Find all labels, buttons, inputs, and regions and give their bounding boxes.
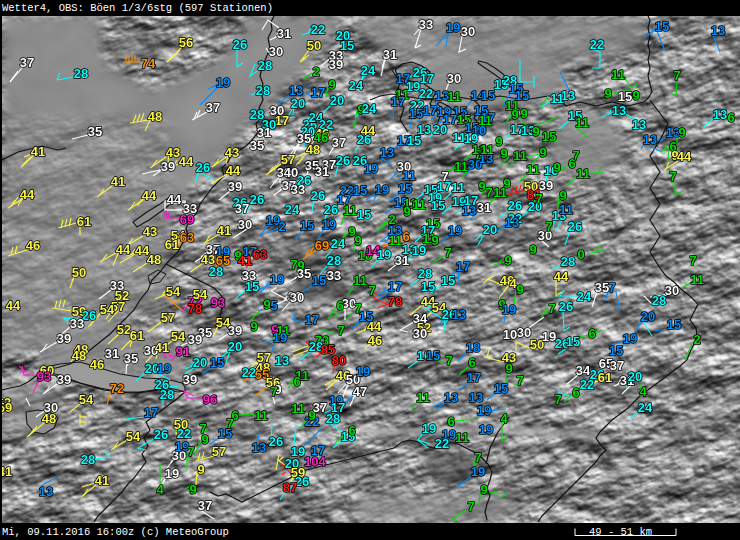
svg-text:7: 7 — [187, 444, 194, 459]
svg-text:44: 44 — [554, 269, 569, 284]
svg-text:11: 11 — [447, 89, 461, 104]
svg-text:26: 26 — [196, 160, 210, 175]
svg-text:15: 15 — [210, 355, 224, 370]
svg-text:39: 39 — [329, 57, 343, 72]
svg-text:11: 11 — [493, 185, 507, 200]
svg-text:13: 13 — [380, 145, 394, 160]
svg-text:17: 17 — [311, 85, 325, 100]
svg-text:19: 19 — [448, 223, 462, 238]
svg-text:9: 9 — [520, 106, 527, 121]
svg-text:13: 13 — [252, 440, 266, 455]
svg-text:7: 7 — [337, 323, 344, 338]
svg-text:44: 44 — [677, 149, 692, 164]
svg-text:6: 6 — [588, 326, 595, 341]
svg-text:26: 26 — [154, 427, 168, 442]
svg-text:13: 13 — [39, 484, 53, 499]
svg-text:39: 39 — [57, 372, 71, 387]
svg-text:41: 41 — [31, 144, 45, 159]
svg-text:7: 7 — [467, 499, 474, 514]
svg-text:28: 28 — [258, 58, 272, 73]
svg-text:20: 20 — [330, 93, 344, 108]
svg-text:57: 57 — [161, 310, 175, 325]
svg-text:19: 19 — [165, 466, 179, 481]
svg-text:50: 50 — [72, 265, 86, 280]
svg-text:9: 9 — [504, 253, 511, 268]
svg-text:7: 7 — [270, 384, 277, 399]
svg-text:39: 39 — [228, 323, 242, 338]
svg-text:6: 6 — [572, 385, 579, 400]
svg-text:10: 10 — [503, 327, 517, 342]
svg-text:9: 9 — [189, 482, 196, 497]
svg-text:30: 30 — [461, 24, 475, 39]
svg-text:11: 11 — [575, 115, 589, 130]
svg-text:87: 87 — [283, 480, 297, 495]
svg-text:9: 9 — [201, 432, 208, 447]
svg-text:11: 11 — [526, 162, 540, 177]
svg-text:26: 26 — [311, 188, 325, 203]
svg-text:9: 9 — [354, 233, 361, 248]
svg-text:48: 48 — [42, 411, 56, 426]
svg-text:19: 19 — [502, 302, 516, 317]
svg-text:22: 22 — [435, 436, 449, 451]
svg-text:22: 22 — [590, 37, 604, 52]
svg-text:24: 24 — [349, 78, 364, 93]
svg-text:9: 9 — [480, 482, 487, 497]
svg-text:28: 28 — [652, 293, 666, 308]
svg-text:28: 28 — [327, 253, 341, 268]
svg-text:19: 19 — [623, 331, 637, 346]
svg-text:15: 15 — [441, 273, 455, 288]
svg-text:4: 4 — [156, 482, 164, 497]
svg-text:20: 20 — [228, 339, 242, 354]
svg-text:9: 9 — [529, 242, 536, 257]
svg-text:7: 7 — [673, 68, 680, 83]
svg-text:15: 15 — [357, 207, 371, 222]
svg-text:15: 15 — [353, 183, 367, 198]
svg-text:4: 4 — [500, 411, 508, 426]
svg-text:9: 9 — [516, 282, 523, 297]
svg-text:24: 24 — [638, 400, 653, 415]
svg-text:11: 11 — [416, 390, 430, 405]
svg-text:35: 35 — [88, 124, 102, 139]
svg-text:9: 9 — [197, 462, 204, 477]
svg-text:44: 44 — [367, 319, 382, 334]
svg-text:13: 13 — [462, 203, 476, 218]
svg-text:46: 46 — [314, 130, 328, 145]
svg-text:17: 17 — [388, 279, 402, 294]
svg-text:11: 11 — [412, 197, 426, 212]
svg-text:61: 61 — [77, 214, 91, 229]
svg-text:9: 9 — [505, 361, 512, 376]
svg-text:54: 54 — [171, 329, 186, 344]
svg-text:28: 28 — [81, 452, 95, 467]
svg-text:17: 17 — [275, 113, 289, 128]
svg-text:19: 19 — [377, 247, 391, 262]
svg-text:48: 48 — [72, 348, 86, 363]
svg-text:39: 39 — [57, 331, 71, 346]
svg-text:30: 30 — [447, 71, 461, 86]
svg-text:11: 11 — [576, 166, 590, 181]
svg-text:13: 13 — [275, 353, 289, 368]
svg-text:19: 19 — [477, 403, 491, 418]
svg-text:7: 7 — [474, 450, 481, 465]
svg-text:50: 50 — [307, 38, 321, 53]
svg-text:33: 33 — [327, 268, 341, 283]
svg-text:9: 9 — [500, 146, 507, 161]
svg-text:44: 44 — [167, 192, 182, 207]
svg-text:54: 54 — [193, 287, 208, 302]
svg-text:9: 9 — [328, 77, 335, 92]
svg-text:2: 2 — [388, 212, 395, 227]
svg-text:19: 19 — [479, 422, 493, 437]
svg-text:54: 54 — [126, 429, 141, 444]
svg-text:11: 11 — [291, 401, 305, 416]
svg-text:6: 6 — [727, 110, 734, 125]
svg-text:30: 30 — [665, 283, 679, 298]
svg-text:33: 33 — [70, 316, 84, 331]
svg-text:19: 19 — [471, 464, 485, 479]
svg-text:11: 11 — [455, 430, 469, 445]
svg-text:39: 39 — [228, 179, 242, 194]
svg-text:28: 28 — [561, 254, 575, 269]
svg-text:33: 33 — [419, 17, 433, 32]
svg-text:80: 80 — [332, 353, 346, 368]
svg-text:9: 9 — [403, 204, 410, 219]
svg-text:11: 11 — [480, 142, 494, 157]
svg-text:15: 15 — [494, 381, 508, 396]
